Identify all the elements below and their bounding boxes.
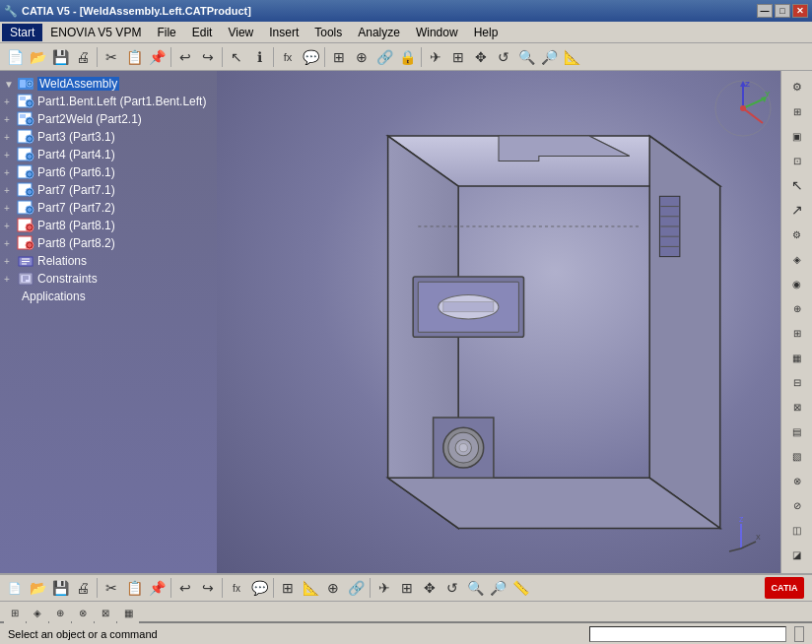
tree-item-3[interactable]: + Part4 (Part4.1): [0, 146, 217, 163]
rt-btn-9[interactable]: ⊕: [785, 296, 809, 320]
expand-2[interactable]: +: [4, 132, 16, 143]
bt-pan2[interactable]: ✥: [419, 577, 440, 599]
menu-view[interactable]: View: [220, 24, 261, 41]
zoom-in-button[interactable]: 🔍: [515, 46, 537, 68]
maximize-button[interactable]: □: [775, 4, 790, 18]
fly-button[interactable]: ✈: [425, 46, 446, 68]
bt-zoomin2[interactable]: 🔍: [464, 577, 486, 599]
bt2-6[interactable]: ▦: [117, 602, 139, 623]
info-button[interactable]: ℹ: [248, 46, 270, 68]
bt2-1[interactable]: ⊞: [4, 602, 26, 623]
expand-5[interactable]: +: [4, 185, 16, 196]
expand-7[interactable]: +: [4, 221, 16, 231]
tree-item-8[interactable]: + Part8 (Part8.2): [0, 234, 217, 252]
bt-fx[interactable]: fx: [226, 577, 247, 599]
bt2-4[interactable]: ⊗: [72, 602, 94, 623]
paste-button[interactable]: 📌: [146, 46, 168, 68]
tree-applications[interactable]: + Applications: [0, 288, 217, 305]
redo-button[interactable]: ↪: [197, 46, 219, 68]
rt-btn-19[interactable]: ◪: [785, 543, 809, 566]
minimize-button[interactable]: —: [757, 4, 773, 18]
tree-constraints[interactable]: + Constraints: [0, 270, 217, 288]
tree-item-5[interactable]: + Part7 (Part7.1): [0, 181, 217, 199]
bt2-3[interactable]: ⊕: [49, 602, 71, 623]
tree-item-6[interactable]: + Part7 (Part7.2): [0, 199, 217, 217]
close-button[interactable]: ✕: [792, 4, 808, 18]
bt-rotate2[interactable]: ↺: [441, 577, 463, 599]
bt-link[interactable]: 🔗: [345, 577, 367, 599]
bt-zoomout2[interactable]: 🔎: [487, 577, 508, 599]
bt2-2[interactable]: ◈: [27, 602, 48, 623]
undo-button[interactable]: ↩: [174, 46, 196, 68]
bt2-5[interactable]: ⊠: [95, 602, 116, 623]
rt-cursor2[interactable]: ↗: [785, 198, 809, 222]
expand-0[interactable]: +: [4, 97, 16, 107]
expand-relations[interactable]: +: [4, 256, 16, 267]
rt-btn-14[interactable]: ▤: [785, 419, 809, 443]
copy-button[interactable]: 📋: [123, 46, 145, 68]
rt-btn-13[interactable]: ⊠: [785, 395, 809, 419]
bt-fit2[interactable]: ⊞: [396, 577, 418, 599]
bt-cut[interactable]: ✂: [101, 577, 122, 599]
bt-paste[interactable]: 📌: [146, 577, 168, 599]
tree-root[interactable]: ▼ WeldAssembly: [0, 75, 217, 93]
fit-button[interactable]: ⊞: [447, 46, 469, 68]
menu-file[interactable]: File: [149, 24, 183, 41]
grid-button[interactable]: ⊞: [328, 46, 350, 68]
rt-cursor[interactable]: ↖: [785, 173, 809, 197]
rt-btn-18[interactable]: ◫: [785, 518, 809, 542]
zoom-out-button[interactable]: 🔎: [538, 46, 560, 68]
menu-help[interactable]: Help: [466, 24, 507, 41]
bt-save[interactable]: 💾: [49, 577, 71, 599]
rt-btn-16[interactable]: ⊗: [785, 469, 809, 492]
menu-enovia[interactable]: ENOVIA V5 VPM: [42, 24, 149, 41]
expand-constraints[interactable]: +: [4, 274, 16, 285]
rt-btn-17[interactable]: ⊘: [785, 493, 809, 517]
speech-button[interactable]: 💬: [300, 46, 321, 68]
menu-insert[interactable]: Insert: [261, 24, 306, 41]
lock-button[interactable]: 🔒: [396, 46, 418, 68]
tree-relations[interactable]: + Relations: [0, 252, 217, 270]
tree-item-4[interactable]: + Part6 (Part6.1): [0, 163, 217, 181]
bt-ruler[interactable]: 📏: [509, 577, 531, 599]
rt-btn-3[interactable]: ⊡: [785, 149, 809, 172]
rt-btn-6[interactable]: ⚙: [785, 223, 809, 246]
menu-edit[interactable]: Edit: [184, 24, 221, 41]
magnet-button[interactable]: 🔗: [373, 46, 395, 68]
bt-print[interactable]: 🖨: [72, 577, 94, 599]
rt-btn-11[interactable]: ▦: [785, 346, 809, 369]
menu-tools[interactable]: Tools: [306, 24, 350, 41]
rt-settings[interactable]: ⚙: [785, 75, 809, 98]
expand-8[interactable]: +: [4, 238, 16, 249]
select-button[interactable]: ↖: [226, 46, 247, 68]
rt-btn-8[interactable]: ◉: [785, 272, 809, 295]
rotate-button[interactable]: ↺: [493, 46, 514, 68]
save-button[interactable]: 💾: [49, 46, 71, 68]
bt-new[interactable]: 📄: [4, 577, 26, 599]
tree-item-2[interactable]: + Part3 (Part3.1): [0, 128, 217, 146]
rt-btn-1[interactable]: ⊞: [785, 99, 809, 123]
tree-item-7[interactable]: + Part8 (Part8.1): [0, 217, 217, 234]
expand-4[interactable]: +: [4, 167, 16, 178]
print-button[interactable]: 🖨: [72, 46, 94, 68]
formula-button[interactable]: fx: [277, 46, 299, 68]
bt-open[interactable]: 📂: [27, 577, 48, 599]
rt-btn-7[interactable]: ◈: [785, 247, 809, 271]
measure-button[interactable]: 📐: [561, 46, 582, 68]
rt-btn-15[interactable]: ▧: [785, 444, 809, 468]
expand-6[interactable]: +: [4, 203, 16, 214]
expand-root[interactable]: ▼: [4, 79, 16, 90]
open-button[interactable]: 📂: [27, 46, 48, 68]
snap-button[interactable]: ⊕: [351, 46, 372, 68]
bt-snap[interactable]: ⊕: [322, 577, 344, 599]
bt-copy[interactable]: 📋: [123, 577, 145, 599]
rt-btn-12[interactable]: ⊟: [785, 370, 809, 394]
viewport[interactable]: Z Y Z X: [217, 71, 780, 573]
rt-btn-2[interactable]: ▣: [785, 124, 809, 148]
new-button[interactable]: 📄: [4, 46, 26, 68]
menu-analyze[interactable]: Analyze: [350, 24, 408, 41]
bt-fly[interactable]: ✈: [373, 577, 395, 599]
tree-item-1[interactable]: + Part2Weld (Part2.1): [0, 110, 217, 128]
menu-start[interactable]: Start: [2, 24, 42, 41]
tree-item-0[interactable]: + Part1.Bent.Left (Part1.Bent.Left): [0, 93, 217, 110]
